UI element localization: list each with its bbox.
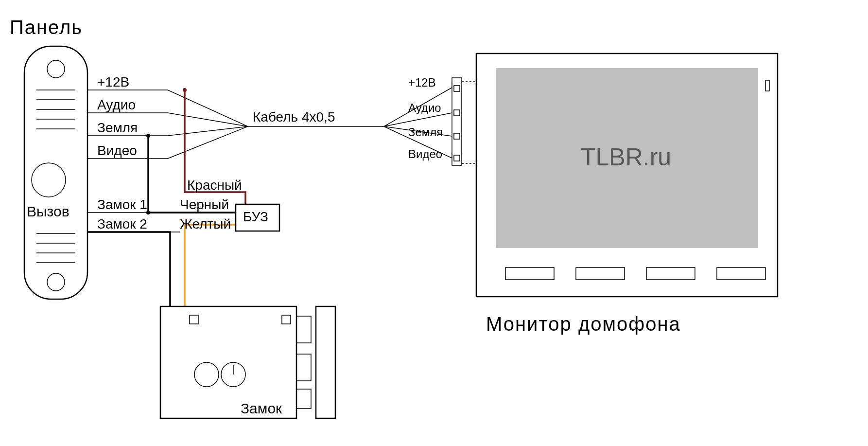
- lock1-label: Замок 1: [97, 197, 147, 212]
- monitor-title: Монитор домофона: [486, 313, 681, 335]
- panel-wire-labels: +12В Аудио Земля Видео: [87, 74, 168, 159]
- svg-text:+12В: +12В: [97, 74, 129, 89]
- buz-box: БУЗ: [236, 204, 279, 231]
- panel-device: Вызов: [24, 46, 87, 299]
- buz-yellow-label: Желтый: [180, 216, 231, 232]
- monitor-device: TLBR.ru: [476, 54, 778, 297]
- buz-red-label: Красный: [187, 178, 242, 193]
- svg-rect-63: [316, 306, 335, 418]
- svg-point-7: [32, 163, 66, 197]
- svg-point-57: [194, 362, 219, 387]
- svg-rect-45: [646, 268, 695, 280]
- svg-rect-31: [454, 86, 460, 91]
- svg-text:Видео: Видео: [408, 147, 442, 161]
- svg-line-21: [168, 90, 248, 126]
- svg-text:БУЗ: БУЗ: [243, 209, 268, 224]
- monitor-connector: +12В Аудио Земля Видео: [408, 76, 476, 165]
- lock2-label: Замок 2: [97, 216, 147, 232]
- svg-line-26: [384, 113, 452, 126]
- svg-rect-44: [576, 268, 625, 280]
- svg-text:+12В: +12В: [408, 76, 436, 89]
- svg-rect-61: [296, 354, 311, 381]
- panel-title: Панель: [10, 17, 83, 38]
- svg-rect-42: [765, 80, 769, 91]
- cable-label: Кабель 4х0,5: [253, 109, 335, 125]
- svg-rect-43: [505, 268, 554, 280]
- svg-rect-37: [454, 155, 460, 161]
- svg-point-1: [47, 60, 65, 78]
- svg-rect-56: [282, 315, 291, 324]
- svg-text:Аудио: Аудио: [97, 97, 136, 112]
- svg-rect-55: [190, 315, 198, 324]
- svg-text:Земля: Земля: [97, 120, 138, 135]
- svg-rect-0: [24, 46, 87, 299]
- svg-rect-29: [452, 78, 462, 165]
- svg-rect-33: [454, 110, 460, 116]
- svg-rect-60: [296, 316, 311, 343]
- svg-text:Замок: Замок: [241, 400, 282, 416]
- lock-device: Замок: [160, 306, 335, 418]
- svg-text:Аудио: Аудио: [408, 101, 441, 114]
- svg-line-22: [168, 113, 248, 126]
- panel-call-label: Вызов: [27, 203, 69, 219]
- svg-rect-62: [296, 389, 311, 409]
- svg-rect-46: [717, 268, 765, 280]
- svg-text:Земля: Земля: [408, 125, 443, 139]
- svg-rect-35: [454, 133, 460, 139]
- svg-point-12: [47, 273, 65, 291]
- svg-text:Видео: Видео: [97, 143, 137, 158]
- monitor-screen-text: TLBR.ru: [581, 143, 671, 171]
- buz-black-label: Черный: [180, 197, 229, 212]
